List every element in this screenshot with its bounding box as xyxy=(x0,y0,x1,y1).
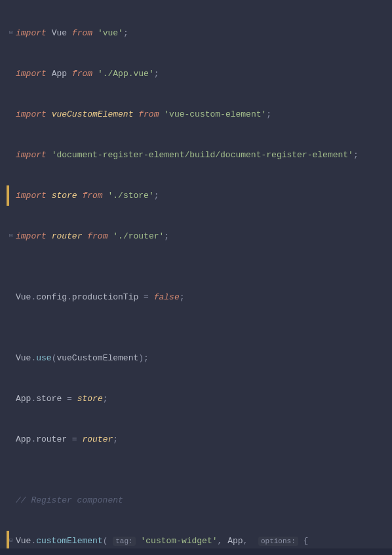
fold-icon[interactable]: ⊟ xyxy=(9,30,14,35)
code-line: App.store = store; xyxy=(16,389,392,409)
code-line: // Register component xyxy=(16,490,392,510)
code-line: import vueCustomElement from 'vue-custom… xyxy=(16,104,392,124)
code-line: Vue.use(vueCustomElement); xyxy=(16,348,392,368)
bottom-bar xyxy=(0,548,392,555)
code-line: import 'document-register-element/build/… xyxy=(16,145,392,165)
param-hint: options: xyxy=(258,537,298,546)
code-line: import store from './store'; xyxy=(16,185,392,206)
code-line: import App from './App.vue'; xyxy=(16,64,392,84)
code-editor[interactable]: ⊟import Vue from 'vue'; import App from … xyxy=(0,0,392,555)
code-line: Vue.config.productionTip = false; xyxy=(16,287,392,307)
code-line: ⊟import router from './router'; xyxy=(16,226,392,246)
code-line: App.router = router; xyxy=(16,429,392,450)
param-hint: tag: xyxy=(113,537,135,546)
fold-icon[interactable]: ⊟ xyxy=(9,233,14,239)
fold-icon[interactable]: ⊟ xyxy=(9,538,14,543)
change-marker xyxy=(7,185,9,206)
gutter xyxy=(0,0,13,555)
code-line: ⊟import Vue from 'vue'; xyxy=(16,23,392,43)
